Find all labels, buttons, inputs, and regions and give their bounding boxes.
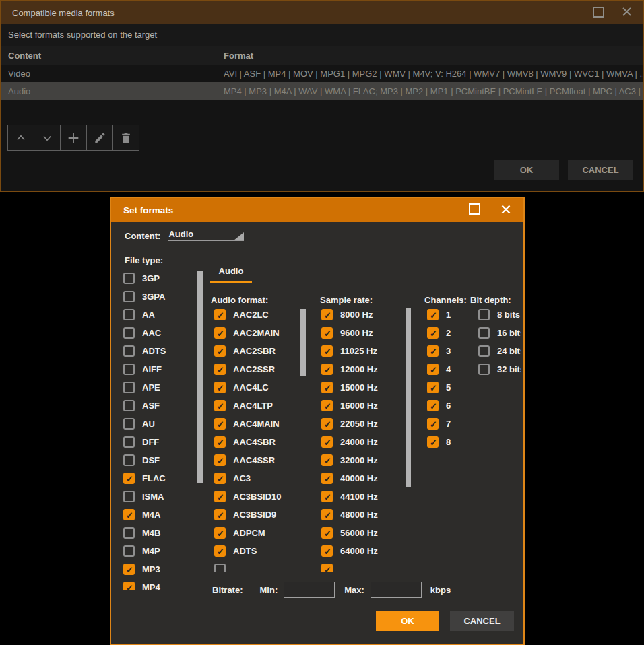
checkbox-icon[interactable] [123,345,135,357]
file-type-checkbox-row[interactable]: AIFF [123,364,196,375]
file-type-checkbox-row[interactable]: APE [123,382,196,393]
audio-format-checkbox-row[interactable] [214,564,296,572]
checkbox-icon[interactable] [214,473,226,484]
file-type-checkbox-row[interactable]: DFF [123,436,196,448]
checkbox-icon[interactable] [123,382,135,393]
sample-rate-scrollbar[interactable] [406,308,411,487]
checkbox-icon[interactable] [214,382,226,393]
audio-format-checkbox-row[interactable]: AAC4MAIN [214,418,296,430]
checkbox-icon[interactable] [123,400,135,411]
sample-rate-checkbox-row[interactable]: 56000 Hz [321,527,401,539]
checkbox-icon[interactable] [214,364,226,375]
table-row[interactable]: Audio MP4 | MP3 | M4A | WAV | WMA | FLAC… [1,82,643,100]
file-type-checkbox-row[interactable]: AA [123,309,196,320]
file-type-checkbox-row[interactable]: M4P [123,545,196,557]
channel-checkbox-row[interactable]: 1 [427,309,465,320]
bitrate-min-input[interactable] [284,582,335,598]
sample-rate-checkbox-row[interactable]: 48000 Hz [321,509,401,520]
checkbox-icon[interactable] [478,345,490,357]
content-dropdown[interactable]: Audio [168,229,244,241]
sample-rate-checkbox-row[interactable]: 15000 Hz [321,382,401,393]
checkbox-icon[interactable] [214,509,226,520]
checkbox-icon[interactable] [321,436,333,448]
channel-checkbox-row[interactable]: 5 [427,382,465,393]
close-icon[interactable] [622,7,632,19]
bit-depth-checkbox-row[interactable]: 16 bits [478,327,521,339]
sample-rate-checkbox-row[interactable]: 40000 Hz [321,473,401,484]
checkbox-icon[interactable] [321,400,333,411]
checkbox-icon[interactable] [321,545,333,557]
audio-format-checkbox-row[interactable]: AAC2LC [214,309,296,320]
sample-rate-checkbox-row[interactable]: 64000 Hz [321,545,401,557]
file-type-checkbox-row[interactable]: 3GPA [123,291,196,302]
checkbox-icon[interactable] [321,491,333,502]
checkbox-icon[interactable] [427,327,439,339]
checkbox-icon[interactable] [214,418,226,430]
checkbox-icon[interactable] [123,364,135,375]
checkbox-icon[interactable] [427,309,439,320]
file-type-checkbox-row[interactable]: 3GP [123,273,196,284]
ok-button[interactable]: OK [494,160,559,180]
sample-rate-checkbox-row[interactable]: 24000 Hz [321,436,401,448]
file-type-scrollbar[interactable] [197,271,203,483]
checkbox-icon[interactable] [321,309,333,320]
sample-rate-checkbox-row[interactable]: 22050 Hz [321,418,401,430]
sample-rate-checkbox-row[interactable]: 11025 Hz [321,345,401,357]
audio-format-checkbox-row[interactable]: AC3BSID10 [214,491,296,502]
checkbox-icon[interactable] [123,491,135,502]
file-type-checkbox-row[interactable]: M4A [123,509,196,520]
add-button[interactable] [60,125,87,151]
bit-depth-checkbox-row[interactable]: 32 bits [478,364,521,375]
channel-checkbox-row[interactable]: 7 [427,418,465,430]
channel-checkbox-row[interactable]: 2 [427,327,465,339]
checkbox-icon[interactable] [321,509,333,520]
delete-button[interactable] [112,125,139,151]
checkbox-icon[interactable] [123,564,135,575]
sample-rate-checkbox-row[interactable] [321,564,401,572]
checkbox-icon[interactable] [478,327,490,339]
move-down-button[interactable] [34,125,61,151]
sample-rate-checkbox-row[interactable]: 44100 Hz [321,491,401,502]
audio-format-checkbox-row[interactable]: AAC2SBR [214,345,296,357]
audio-format-checkbox-row[interactable]: AAC4SBR [214,436,296,448]
checkbox-icon[interactable] [214,527,226,539]
checkbox-icon[interactable] [123,545,135,557]
table-row[interactable]: Video AVI | ASF | MP4 | MOV | MPG1 | MPG… [1,65,643,82]
sample-rate-checkbox-row[interactable]: 32000 Hz [321,454,401,466]
set-titlebar[interactable]: Set formats [111,198,523,222]
checkbox-icon[interactable] [321,382,333,393]
audio-format-checkbox-row[interactable]: AC3BSID9 [214,509,296,520]
ok-button[interactable]: OK [376,611,439,631]
audio-format-checkbox-row[interactable]: AAC2SSR [214,364,296,375]
checkbox-icon[interactable] [123,582,135,590]
audio-format-checkbox-row[interactable]: ADPCM [214,527,296,539]
close-icon[interactable] [501,204,511,217]
channel-checkbox-row[interactable]: 8 [427,436,465,448]
checkbox-icon[interactable] [123,509,135,520]
sample-rate-checkbox-row[interactable]: 16000 Hz [321,400,401,411]
checkbox-icon[interactable] [321,364,333,375]
checkbox-icon[interactable] [321,527,333,539]
file-type-checkbox-row[interactable]: ASF [123,400,196,411]
checkbox-icon[interactable] [321,327,333,339]
checkbox-icon[interactable] [214,454,226,466]
file-type-checkbox-row[interactable]: AU [123,418,196,430]
checkbox-icon[interactable] [123,454,135,466]
checkbox-icon[interactable] [427,436,439,448]
checkbox-icon[interactable] [478,364,490,375]
checkbox-icon[interactable] [123,473,135,484]
checkbox-icon[interactable] [123,436,135,448]
checkbox-icon[interactable] [478,309,490,320]
channel-checkbox-row[interactable]: 6 [427,400,465,411]
file-type-checkbox-row[interactable]: MP3 [123,564,196,575]
sample-rate-checkbox-row[interactable]: 8000 Hz [321,309,401,320]
checkbox-icon[interactable] [214,345,226,357]
checkbox-icon[interactable] [214,400,226,411]
sample-rate-checkbox-row[interactable]: 9600 Hz [321,327,401,339]
checkbox-icon[interactable] [214,564,226,572]
checkbox-icon[interactable] [321,473,333,484]
audio-format-checkbox-row[interactable]: AAC4SSR [214,454,296,466]
checkbox-icon[interactable] [123,309,135,320]
checkbox-icon[interactable] [321,454,333,466]
checkbox-icon[interactable] [321,564,333,572]
